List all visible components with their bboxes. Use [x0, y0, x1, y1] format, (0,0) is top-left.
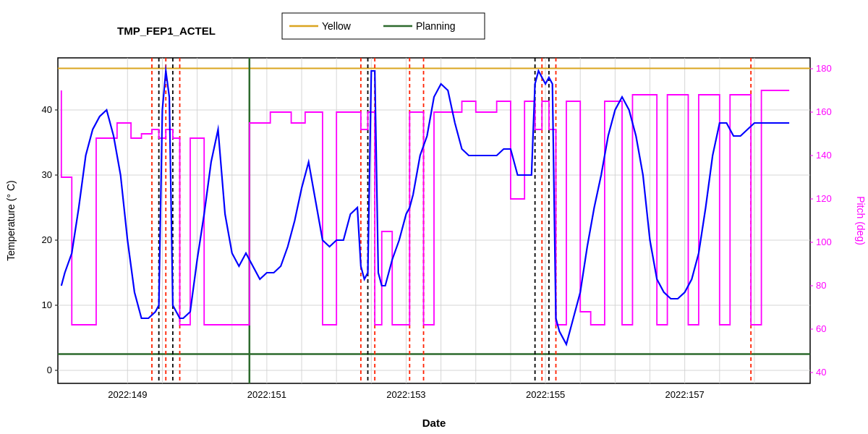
chart-container — [0, 0, 868, 434]
chart-canvas — [0, 0, 868, 434]
